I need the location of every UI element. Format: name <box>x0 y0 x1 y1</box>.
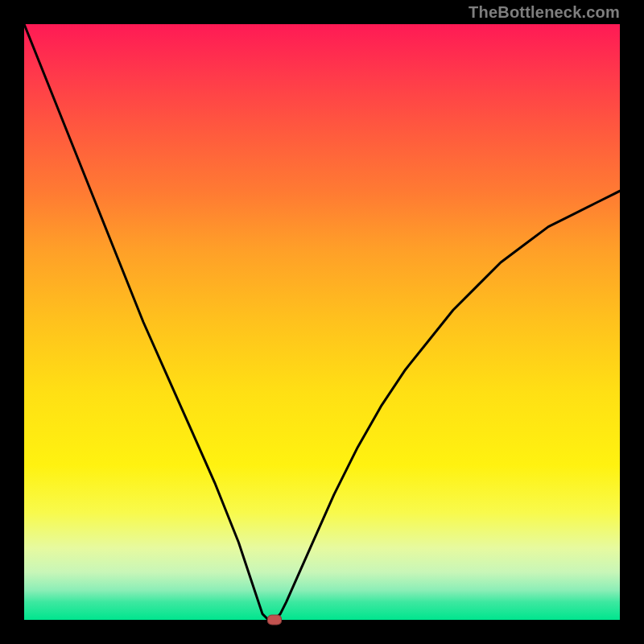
bottleneck-chart: TheBottleneck.com <box>0 0 644 644</box>
watermark-text: TheBottleneck.com <box>469 3 620 22</box>
optimal-point-marker <box>267 615 282 625</box>
curve-layer <box>24 24 620 620</box>
plot-area <box>24 24 620 620</box>
bottleneck-curve <box>24 24 620 620</box>
